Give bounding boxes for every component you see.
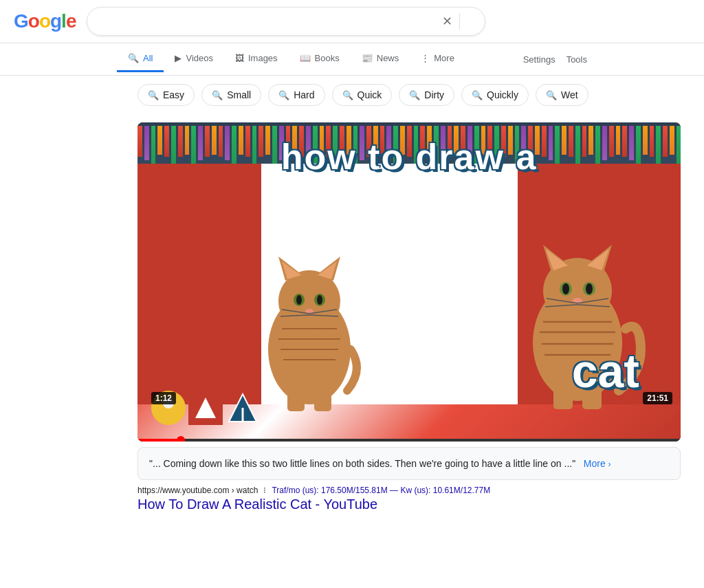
suggestion-quickly-label: Quickly xyxy=(487,89,518,100)
svg-point-13 xyxy=(296,295,302,305)
all-tab-icon: 🔍 xyxy=(128,53,139,63)
suggestion-hard[interactable]: 🔍 Hard xyxy=(268,84,324,106)
traf-label: Traf/mo (us): xyxy=(272,486,318,495)
search-bar: how to draw a cat ✕ xyxy=(87,7,485,36)
books-tab-label: Books xyxy=(315,53,340,63)
video-thumbnail: how to draw a xyxy=(138,122,681,439)
tab-images[interactable]: 🖼 Images xyxy=(224,46,289,72)
videos-tab-icon: ▶ xyxy=(175,53,182,63)
pill-search-icon-hard: 🔍 xyxy=(278,90,289,100)
result-page-title[interactable]: How To Draw A Realistic Cat - YouTube xyxy=(138,497,681,512)
traffic-info-separator: ⁝ xyxy=(263,486,266,495)
all-tab-label: All xyxy=(143,53,153,63)
video-transcript-box: "... Coming down like this so two little… xyxy=(138,447,681,480)
pill-search-icon-quickly: 🔍 xyxy=(472,90,483,100)
svg-rect-25 xyxy=(314,391,331,411)
pill-search-icon-wet: 🔍 xyxy=(546,90,557,100)
suggestion-small-label: Small xyxy=(227,89,251,100)
tab-videos[interactable]: ▶ Videos xyxy=(164,46,224,72)
news-tab-label: News xyxy=(377,53,399,63)
video-container[interactable]: how to draw a xyxy=(138,122,681,442)
svg-point-14 xyxy=(317,295,322,305)
kw-value: 10.61M/12.77M xyxy=(433,486,490,495)
svg-rect-45 xyxy=(553,387,573,409)
svg-rect-24 xyxy=(287,391,305,411)
nav-settings: Settings Tools xyxy=(523,54,587,65)
tools-link[interactable]: Tools xyxy=(566,54,587,65)
video-progress-fill xyxy=(138,439,181,442)
traffic-value: 176.50M/155.81M xyxy=(321,486,388,495)
suggestion-easy[interactable]: 🔍 Easy xyxy=(138,84,195,106)
more-transcript-link[interactable]: More › xyxy=(584,458,611,469)
transcript-text: "... Coming down like this so two little… xyxy=(149,458,575,469)
news-tab-icon: 📰 xyxy=(362,53,373,63)
tab-books[interactable]: 📖 Books xyxy=(289,46,351,72)
traffic-info: Traf/mo (us): 176.50M/155.81M — Kw (us):… xyxy=(272,486,490,495)
books-tab-icon: 📖 xyxy=(300,53,311,63)
svg-point-34 xyxy=(562,283,569,294)
suggestions-row: 🔍 Easy 🔍 Small 🔍 Hard 🔍 Quick 🔍 Dirty 🔍 … xyxy=(0,76,704,114)
result-url-line: https://www.youtube.com › watch ⁝ Traf/m… xyxy=(138,486,681,495)
tab-more[interactable]: ⋮ More xyxy=(410,46,465,72)
divider xyxy=(459,13,460,30)
art-logo-rect xyxy=(188,391,223,425)
suggestion-hard-label: Hard xyxy=(294,89,314,100)
videos-tab-label: Videos xyxy=(186,53,213,63)
more-tab-icon: ⋮ xyxy=(421,53,430,63)
pill-search-icon-quick: 🔍 xyxy=(342,90,353,100)
svg-point-35 xyxy=(586,283,593,294)
suggestion-quickly[interactable]: 🔍 Quickly xyxy=(461,84,529,106)
google-logo: Google xyxy=(14,10,76,32)
cat-drawing-left xyxy=(241,226,378,418)
images-tab-label: Images xyxy=(248,53,278,63)
suggestion-small[interactable]: 🔍 Small xyxy=(201,84,261,106)
tab-news[interactable]: 📰 News xyxy=(351,46,410,72)
video-progress-bar[interactable] xyxy=(138,439,681,442)
suggestion-quick[interactable]: 🔍 Quick xyxy=(332,84,393,106)
art-logo-triangle xyxy=(226,391,260,425)
images-tab-icon: 🖼 xyxy=(235,53,244,63)
suggestion-quick-label: Quick xyxy=(358,89,382,100)
video-cat-word: cat xyxy=(572,344,639,398)
search-input[interactable]: how to draw a cat xyxy=(98,15,437,28)
settings-link[interactable]: Settings xyxy=(523,54,556,65)
clear-icon[interactable]: ✕ xyxy=(442,14,452,29)
main-content: how to draw a xyxy=(0,114,704,521)
kw-label: — Kw (us): xyxy=(390,486,430,495)
suggestion-dirty-label: Dirty xyxy=(424,89,444,100)
suggestion-easy-label: Easy xyxy=(163,89,184,100)
video-timestamp: 1:12 xyxy=(151,392,176,404)
pill-search-icon-small: 🔍 xyxy=(212,90,223,100)
video-title-text: how to draw a xyxy=(138,136,681,177)
tab-all[interactable]: 🔍 All xyxy=(117,46,164,72)
video-progress-dot xyxy=(177,436,185,442)
more-chevron-icon: › xyxy=(608,459,611,469)
pill-search-icon-dirty: 🔍 xyxy=(409,90,420,100)
search-bar-icons: ✕ xyxy=(442,13,474,30)
header: Google how to draw a cat ✕ xyxy=(0,0,704,43)
suggestion-dirty[interactable]: 🔍 Dirty xyxy=(399,84,454,106)
suggestion-wet-label: Wet xyxy=(561,89,578,100)
suggestion-wet[interactable]: 🔍 Wet xyxy=(536,84,588,106)
more-label: More xyxy=(584,458,606,469)
video-duration: 21:51 xyxy=(643,392,672,404)
more-tab-label: More xyxy=(434,53,454,63)
pill-search-icon-easy: 🔍 xyxy=(148,90,159,100)
result-url-text: https://www.youtube.com › watch xyxy=(138,486,258,495)
svg-point-36 xyxy=(573,298,582,305)
nav-tabs: 🔍 All ▶ Videos 🖼 Images 📖 Books 📰 News ⋮… xyxy=(0,43,704,76)
